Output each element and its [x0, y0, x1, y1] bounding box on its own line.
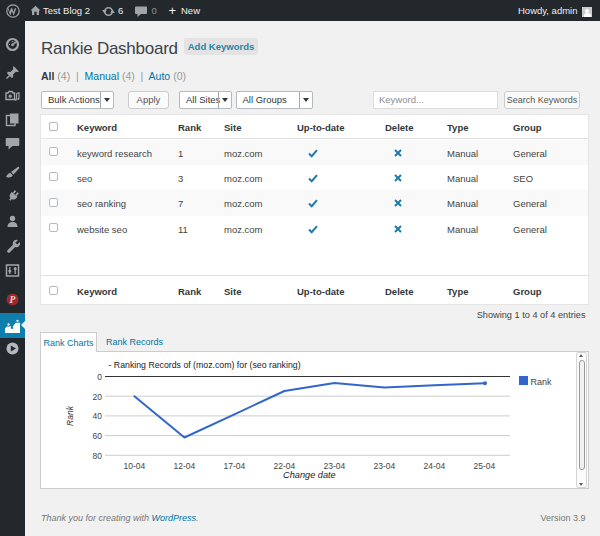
- svg-text:P: P: [10, 295, 16, 305]
